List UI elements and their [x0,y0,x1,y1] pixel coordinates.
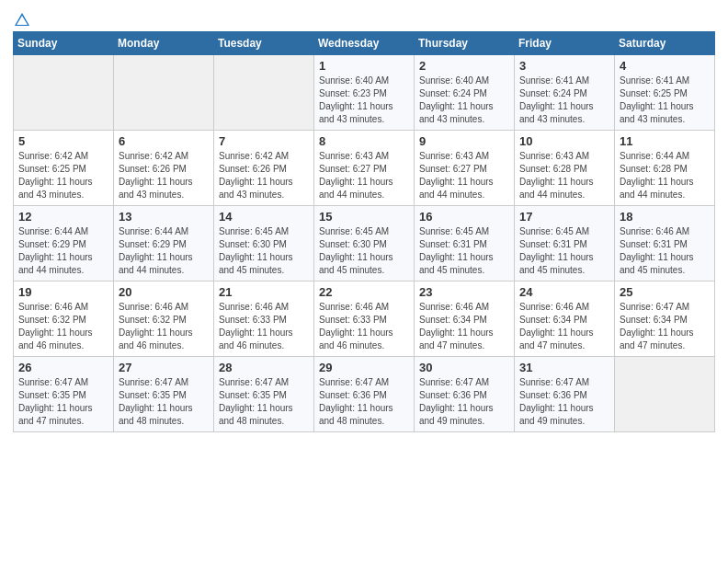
day-info: Sunrise: 6:40 AM Sunset: 6:23 PM Dayligh… [319,75,409,126]
weekday-header-wednesday: Wednesday [314,32,415,55]
calendar-cell: 1Sunrise: 6:40 AM Sunset: 6:23 PM Daylig… [314,55,415,131]
calendar-cell: 9Sunrise: 6:43 AM Sunset: 6:27 PM Daylig… [415,131,515,206]
header [13,9,715,26]
day-info: Sunrise: 6:41 AM Sunset: 6:24 PM Dayligh… [519,75,609,126]
day-info: Sunrise: 6:42 AM Sunset: 6:26 PM Dayligh… [219,150,309,201]
day-number: 7 [219,134,309,148]
calendar-week-row: 19Sunrise: 6:46 AM Sunset: 6:32 PM Dayli… [14,282,715,357]
day-number: 21 [219,285,309,299]
day-info: Sunrise: 6:47 AM Sunset: 6:34 PM Dayligh… [620,301,710,352]
day-info: Sunrise: 6:45 AM Sunset: 6:30 PM Dayligh… [319,225,409,277]
calendar-table: SundayMondayTuesdayWednesdayThursdayFrid… [13,31,715,432]
day-info: Sunrise: 6:46 AM Sunset: 6:33 PM Dayligh… [319,301,409,352]
calendar-cell: 18Sunrise: 6:46 AM Sunset: 6:31 PM Dayli… [615,206,715,282]
calendar-cell: 5Sunrise: 6:42 AM Sunset: 6:25 PM Daylig… [14,131,114,206]
day-info: Sunrise: 6:46 AM Sunset: 6:34 PM Dayligh… [419,301,509,352]
calendar-cell: 24Sunrise: 6:46 AM Sunset: 6:34 PM Dayli… [515,282,615,357]
day-info: Sunrise: 6:42 AM Sunset: 6:25 PM Dayligh… [18,150,108,201]
day-number: 29 [319,361,409,374]
day-number: 5 [18,134,108,148]
day-number: 22 [319,285,409,299]
calendar-cell: 22Sunrise: 6:46 AM Sunset: 6:33 PM Dayli… [314,282,415,357]
day-number: 24 [519,285,609,299]
calendar-cell [114,55,214,131]
calendar-cell: 26Sunrise: 6:47 AM Sunset: 6:35 PM Dayli… [14,357,114,432]
day-number: 9 [419,134,509,148]
day-number: 15 [319,210,409,224]
day-info: Sunrise: 6:45 AM Sunset: 6:31 PM Dayligh… [419,225,509,277]
day-number: 8 [319,134,409,148]
calendar-cell: 15Sunrise: 6:45 AM Sunset: 6:30 PM Dayli… [314,206,415,282]
weekday-header-tuesday: Tuesday [214,32,314,55]
weekday-header-thursday: Thursday [415,32,515,55]
day-info: Sunrise: 6:40 AM Sunset: 6:24 PM Dayligh… [419,75,509,126]
calendar-cell: 31Sunrise: 6:47 AM Sunset: 6:36 PM Dayli… [515,357,615,432]
day-number: 17 [519,210,609,224]
calendar-cell: 21Sunrise: 6:46 AM Sunset: 6:33 PM Dayli… [214,282,314,357]
day-info: Sunrise: 6:43 AM Sunset: 6:28 PM Dayligh… [519,150,609,201]
day-number: 11 [620,134,710,148]
day-number: 10 [519,134,609,148]
calendar-cell: 3Sunrise: 6:41 AM Sunset: 6:24 PM Daylig… [515,55,615,131]
calendar-cell: 20Sunrise: 6:46 AM Sunset: 6:32 PM Dayli… [114,282,214,357]
calendar-cell: 13Sunrise: 6:44 AM Sunset: 6:29 PM Dayli… [114,206,214,282]
day-number: 19 [18,285,108,299]
day-info: Sunrise: 6:45 AM Sunset: 6:31 PM Dayligh… [519,225,609,277]
day-info: Sunrise: 6:41 AM Sunset: 6:25 PM Dayligh… [620,75,710,126]
calendar-cell: 25Sunrise: 6:47 AM Sunset: 6:34 PM Dayli… [615,282,715,357]
day-info: Sunrise: 6:43 AM Sunset: 6:27 PM Dayligh… [319,150,409,201]
calendar-week-row: 1Sunrise: 6:40 AM Sunset: 6:23 PM Daylig… [14,55,715,131]
weekday-header-monday: Monday [114,32,214,55]
calendar-cell: 10Sunrise: 6:43 AM Sunset: 6:28 PM Dayli… [515,131,615,206]
day-info: Sunrise: 6:46 AM Sunset: 6:32 PM Dayligh… [18,301,108,352]
calendar-cell: 27Sunrise: 6:47 AM Sunset: 6:35 PM Dayli… [114,357,214,432]
day-number: 6 [119,134,209,148]
day-number: 23 [419,285,509,299]
day-info: Sunrise: 6:44 AM Sunset: 6:28 PM Dayligh… [620,150,710,201]
day-number: 3 [519,59,609,73]
day-info: Sunrise: 6:46 AM Sunset: 6:33 PM Dayligh… [219,301,309,352]
calendar-cell [14,55,114,131]
calendar-cell [615,357,715,432]
day-number: 1 [319,59,409,73]
calendar-cell: 30Sunrise: 6:47 AM Sunset: 6:36 PM Dayli… [415,357,515,432]
day-number: 20 [119,285,209,299]
day-info: Sunrise: 6:44 AM Sunset: 6:29 PM Dayligh… [119,225,209,277]
day-number: 25 [620,285,710,299]
day-info: Sunrise: 6:44 AM Sunset: 6:29 PM Dayligh… [18,225,108,277]
day-info: Sunrise: 6:46 AM Sunset: 6:34 PM Dayligh… [519,301,609,352]
day-number: 2 [419,59,509,73]
calendar-cell: 2Sunrise: 6:40 AM Sunset: 6:24 PM Daylig… [415,55,515,131]
calendar-cell: 7Sunrise: 6:42 AM Sunset: 6:26 PM Daylig… [214,131,314,206]
day-info: Sunrise: 6:42 AM Sunset: 6:26 PM Dayligh… [119,150,209,201]
weekday-header-sunday: Sunday [14,32,114,55]
day-info: Sunrise: 6:45 AM Sunset: 6:30 PM Dayligh… [219,225,309,277]
day-number: 26 [18,361,108,374]
day-info: Sunrise: 6:47 AM Sunset: 6:36 PM Dayligh… [519,376,609,428]
calendar-cell: 23Sunrise: 6:46 AM Sunset: 6:34 PM Dayli… [415,282,515,357]
calendar-cell: 17Sunrise: 6:45 AM Sunset: 6:31 PM Dayli… [515,206,615,282]
calendar-cell: 29Sunrise: 6:47 AM Sunset: 6:36 PM Dayli… [314,357,415,432]
day-number: 4 [620,59,710,73]
day-number: 13 [119,210,209,224]
day-number: 14 [219,210,309,224]
day-info: Sunrise: 6:47 AM Sunset: 6:36 PM Dayligh… [419,376,509,428]
calendar-cell: 11Sunrise: 6:44 AM Sunset: 6:28 PM Dayli… [615,131,715,206]
day-number: 18 [620,210,710,224]
calendar-week-row: 5Sunrise: 6:42 AM Sunset: 6:25 PM Daylig… [14,131,715,206]
day-info: Sunrise: 6:47 AM Sunset: 6:35 PM Dayligh… [219,376,309,428]
calendar-week-row: 26Sunrise: 6:47 AM Sunset: 6:35 PM Dayli… [14,357,715,432]
calendar-week-row: 12Sunrise: 6:44 AM Sunset: 6:29 PM Dayli… [14,206,715,282]
calendar-cell: 6Sunrise: 6:42 AM Sunset: 6:26 PM Daylig… [114,131,214,206]
calendar-cell: 28Sunrise: 6:47 AM Sunset: 6:35 PM Dayli… [214,357,314,432]
page: SundayMondayTuesdayWednesdayThursdayFrid… [0,0,728,563]
day-info: Sunrise: 6:47 AM Sunset: 6:35 PM Dayligh… [18,376,108,428]
day-info: Sunrise: 6:46 AM Sunset: 6:32 PM Dayligh… [119,301,209,352]
calendar-cell: 14Sunrise: 6:45 AM Sunset: 6:30 PM Dayli… [214,206,314,282]
day-info: Sunrise: 6:43 AM Sunset: 6:27 PM Dayligh… [419,150,509,201]
weekday-header-row: SundayMondayTuesdayWednesdayThursdayFrid… [14,32,715,55]
weekday-header-saturday: Saturday [615,32,715,55]
calendar-cell [214,55,314,131]
day-number: 27 [119,361,209,374]
day-number: 31 [519,361,609,374]
